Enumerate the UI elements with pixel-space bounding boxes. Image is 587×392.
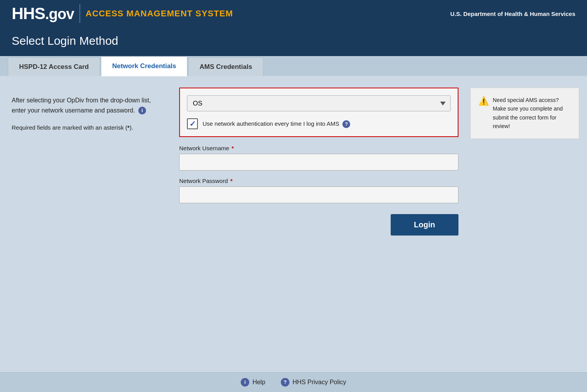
- network-auth-checkbox[interactable]: ✓: [187, 118, 198, 129]
- left-panel: After selecting your OpDiv from the drop…: [8, 88, 171, 236]
- checkbox-label: Use network authentication every time I …: [203, 120, 350, 128]
- password-label: Network Password *: [179, 178, 458, 184]
- privacy-label: HHS Privacy Policy: [293, 379, 346, 386]
- password-required-star: *: [229, 178, 233, 184]
- main-content: HSPD-12 Access Card Network Credentials …: [0, 56, 587, 372]
- tabs-row: HSPD-12 Access Card Network Credentials …: [0, 56, 587, 76]
- content-area: After selecting your OpDiv from the drop…: [0, 76, 587, 247]
- opdiv-select[interactable]: OS ACF ACL AHRQ ASA ASPA CDC CMS FDA HRS…: [187, 95, 451, 111]
- header-divider: [79, 4, 80, 23]
- warning-triangle-icon: ⚠️: [478, 96, 489, 106]
- warning-text: Need special AMS access? Make sure you c…: [493, 96, 571, 131]
- header: HHS.gov ACCESS MANAGEMENT SYSTEM U.S. De…: [0, 0, 587, 27]
- username-required-star: *: [230, 145, 234, 151]
- header-left: HHS.gov ACCESS MANAGEMENT SYSTEM: [12, 4, 233, 23]
- username-label: Network Username *: [179, 145, 458, 151]
- system-title: ACCESS MANAGEMENT SYSTEM: [86, 9, 233, 19]
- checkbox-help-icon[interactable]: ?: [342, 120, 350, 128]
- login-btn-row: Login: [179, 214, 458, 236]
- help-info-icon: i: [241, 378, 249, 387]
- checkmark-icon: ✓: [189, 120, 196, 128]
- form-panel: OS ACF ACL AHRQ ASA ASPA CDC CMS FDA HRS…: [171, 88, 466, 236]
- tab-hspd12[interactable]: HSPD-12 Access Card: [8, 57, 100, 76]
- page-title: Select Login Method: [12, 34, 575, 47]
- description-info-icon[interactable]: i: [138, 107, 146, 114]
- required-note: Required fields are marked with an aster…: [12, 123, 164, 132]
- hhs-logo: HHS.gov: [12, 5, 74, 22]
- tab-ams-credentials[interactable]: AMS Credentials: [188, 57, 263, 76]
- footer: i Help ? HHS Privacy Policy: [0, 372, 587, 392]
- department-name: U.S. Department of Health & Human Servic…: [450, 11, 575, 17]
- right-sidebar: ⚠️ Need special AMS access? Make sure yo…: [470, 88, 579, 139]
- help-label: Help: [252, 379, 265, 386]
- tab-network-credentials[interactable]: Network Credentials: [101, 56, 187, 76]
- username-input[interactable]: [179, 154, 458, 171]
- warning-box: ⚠️ Need special AMS access? Make sure yo…: [478, 96, 571, 131]
- privacy-link[interactable]: ? HHS Privacy Policy: [281, 378, 346, 387]
- hhs-text: HHS: [12, 4, 45, 23]
- help-link[interactable]: i Help: [241, 378, 265, 387]
- gov-text: .gov: [45, 6, 74, 22]
- password-input[interactable]: [179, 186, 458, 203]
- login-button[interactable]: Login: [391, 214, 458, 236]
- page-title-bar: Select Login Method: [0, 27, 587, 56]
- privacy-help-icon: ?: [281, 378, 289, 387]
- network-section: OS ACF ACL AHRQ ASA ASPA CDC CMS FDA HRS…: [179, 88, 458, 137]
- checkbox-row: ✓ Use network authentication every time …: [187, 118, 451, 129]
- left-description: After selecting your OpDiv from the drop…: [12, 95, 164, 115]
